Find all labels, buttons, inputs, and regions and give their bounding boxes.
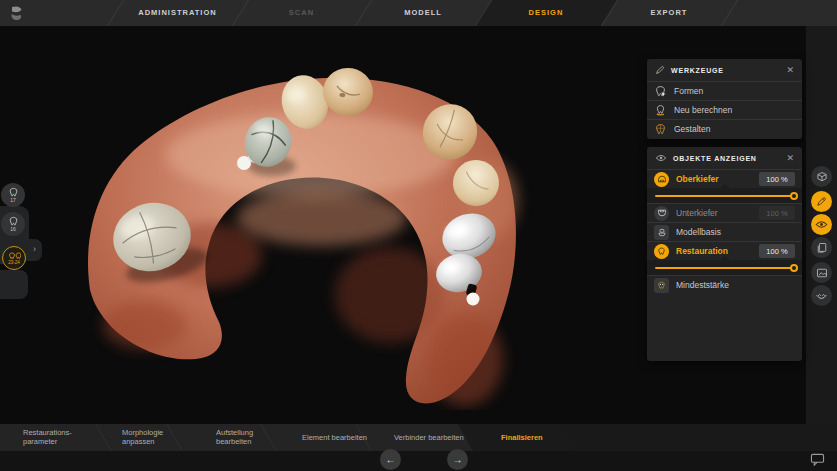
model-3d-cube-icon <box>816 171 828 183</box>
restoration-tooth-icon <box>654 244 669 259</box>
recalculate-icon <box>654 104 667 117</box>
objects-panel-title: OBJEKTE ANZEIGEN <box>673 155 757 162</box>
oberkiefer-opacity-slider[interactable] <box>647 188 802 203</box>
tools-panel: WERKZEUGE ✕ Formen Neu berechnen <box>647 59 802 139</box>
tooth-number: 17 <box>10 198 16 203</box>
documents-button[interactable] <box>811 237 832 258</box>
step-label: Aufstellung <box>216 428 253 437</box>
show-objects-eye-button[interactable] <box>811 214 832 235</box>
tool-item-formen[interactable]: Formen <box>647 81 802 100</box>
tab-export[interactable]: EXPORT <box>609 0 729 26</box>
lower-jaw-icon <box>654 206 669 221</box>
opacity-value[interactable]: 100 % <box>759 172 795 186</box>
objects-panel: OBJEKTE ANZEIGEN ✕ Oberkiefer 100 % <box>647 147 802 361</box>
pencil-icon <box>655 65 665 75</box>
dental-model-3d[interactable] <box>60 40 540 410</box>
min-thickness-icon <box>654 278 669 293</box>
top-nav: ADMINISTRATION SCAN MODELL DESIGN EXPORT <box>0 0 837 26</box>
screenshot-icon <box>816 267 828 279</box>
tools-panel-header: WERKZEUGE ✕ <box>647 59 802 81</box>
object-row-modellbasis[interactable]: Modellbasis <box>647 222 802 241</box>
bottom-strip: ← → <box>0 451 837 471</box>
step-label: Verbinder bearbeiten <box>394 433 464 442</box>
object-label: Oberkiefer <box>676 174 719 184</box>
model-base-icon <box>654 225 669 240</box>
step-element-bearbeiten[interactable]: Element bearbeiten <box>302 433 367 442</box>
tooth-number: 16 <box>10 227 16 232</box>
tool-item-neu-berechnen[interactable]: Neu berechnen <box>647 100 802 119</box>
tooth-item-17[interactable]: 17 <box>1 183 25 207</box>
step-verbinder-bearbeiten[interactable]: Verbinder bearbeiten <box>394 433 464 442</box>
tooth-item-23-24[interactable]: 23-24 <box>2 246 26 270</box>
tools-panel-title: WERKZEUGE <box>671 67 724 74</box>
slider-knob[interactable] <box>790 192 798 200</box>
shape-cursor-icon <box>654 85 667 98</box>
tool-item-gestalten[interactable]: Gestalten <box>647 119 802 138</box>
left-tooth-dock-2 <box>0 270 28 299</box>
tool-item-label: Neu berechnen <box>674 105 732 115</box>
wizard-steps-bar: Restaurations- parameter Morphologie anp… <box>0 424 837 451</box>
chat-bubble-icon[interactable] <box>810 453 825 466</box>
show-objects-eye-icon <box>815 220 828 229</box>
tool-item-label: Formen <box>674 86 703 96</box>
step-label: Morphologie <box>122 428 163 437</box>
tools-pencil-icon <box>816 196 827 207</box>
object-label: Restauration <box>676 246 728 256</box>
tooth-number: 23-24 <box>8 260 20 265</box>
app-window: ADMINISTRATION SCAN MODELL DESIGN EXPORT <box>0 0 837 471</box>
slider-track[interactable] <box>655 267 792 269</box>
tools-pencil-button[interactable] <box>811 191 832 212</box>
two-teeth-icon <box>8 252 21 260</box>
viewport-3d[interactable]: 17 16 › 23-24 <box>0 26 837 424</box>
tab-scan[interactable]: SCAN <box>240 0 363 26</box>
close-icon[interactable]: ✕ <box>786 154 794 163</box>
step-label: anpassen <box>122 437 163 446</box>
step-aufstellung-bearbeiten[interactable]: Aufstellung bearbeiten <box>216 428 253 446</box>
object-label: Mindeststärke <box>676 280 729 290</box>
grab-hand-icon <box>815 291 828 301</box>
wizard-back-button[interactable]: ← <box>380 449 401 470</box>
sculpt-tooth-icon <box>654 123 667 136</box>
tooth-item-16[interactable]: 16 <box>1 212 25 236</box>
objects-panel-header: OBJEKTE ANZEIGEN ✕ <box>647 147 802 169</box>
wizard-forward-button[interactable]: → <box>447 449 468 470</box>
grab-hand-button[interactable] <box>811 285 832 306</box>
object-row-unterkiefer[interactable]: Unterkiefer 100 % <box>647 203 802 222</box>
tab-modell[interactable]: MODELL <box>363 0 483 26</box>
tab-administration[interactable]: ADMINISTRATION <box>115 0 240 26</box>
eye-icon <box>655 154 667 162</box>
restauration-opacity-slider[interactable] <box>647 260 802 275</box>
screenshot-button[interactable] <box>811 262 832 283</box>
step-morphologie-anpassen[interactable]: Morphologie anpassen <box>122 428 163 446</box>
step-label: bearbeiten <box>216 437 253 446</box>
documents-icon <box>816 242 828 254</box>
step-label: parameter <box>23 437 72 446</box>
step-label: Element bearbeiten <box>302 433 367 442</box>
step-label: Restaurations- <box>23 428 72 437</box>
upper-jaw-icon <box>654 172 669 187</box>
model-3d-cube-button[interactable] <box>811 166 832 187</box>
slider-notch <box>720 256 730 260</box>
slider-notch <box>720 184 730 188</box>
object-row-mindeststaerke[interactable]: Mindeststärke <box>647 275 802 294</box>
step-restaurationsparameter[interactable]: Restaurations- parameter <box>23 428 72 446</box>
step-finalisieren[interactable]: Finalisieren <box>501 433 543 442</box>
tab-design[interactable]: DESIGN <box>483 0 609 26</box>
brand-logo <box>8 5 25 22</box>
opacity-value[interactable]: 100 % <box>759 206 795 220</box>
step-label: Finalisieren <box>501 433 543 442</box>
object-label: Unterkiefer <box>676 208 718 218</box>
slider-knob[interactable] <box>790 264 798 272</box>
tool-item-label: Gestalten <box>674 124 710 134</box>
expand-dock-chevron[interactable]: › <box>27 239 42 261</box>
close-icon[interactable]: ✕ <box>786 66 794 75</box>
object-label: Modellbasis <box>676 227 721 237</box>
opacity-value[interactable]: 100 % <box>759 244 795 258</box>
slider-track[interactable] <box>655 195 792 197</box>
